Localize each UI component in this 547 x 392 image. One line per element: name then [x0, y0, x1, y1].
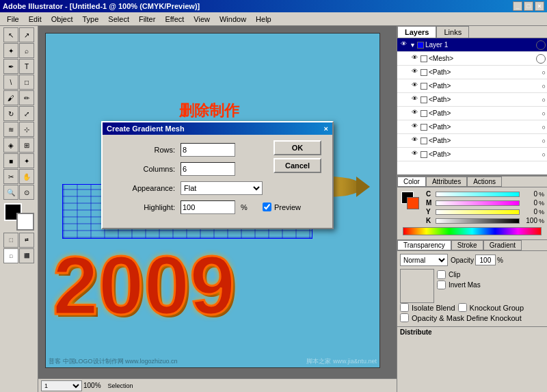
eye-icon[interactable]: 👁 [410, 95, 419, 105]
eye-icon[interactable]: 👁 [410, 136, 419, 146]
menu-file[interactable]: File [3, 14, 23, 25]
menu-view[interactable]: View [189, 14, 214, 25]
columns-input[interactable] [181, 162, 235, 176]
line-tool[interactable]: \ [3, 75, 18, 90]
tab-attributes[interactable]: Attributes [426, 177, 467, 187]
zoom-tool[interactable]: 🔍 [3, 185, 18, 200]
layer-item-path-3[interactable]: 👁 <Path> ○ [397, 93, 547, 107]
color-swatch-area[interactable] [401, 192, 422, 209]
select-tool[interactable]: ↖ [3, 27, 18, 42]
preview-checkbox[interactable] [263, 202, 271, 211]
m-slider[interactable] [436, 200, 520, 206]
k-label: K [426, 217, 434, 224]
eye-icon[interactable]: 👁 [410, 54, 419, 64]
normal-mode[interactable]: □ [3, 248, 18, 263]
menu-filter[interactable]: Filter [135, 14, 159, 25]
tab-links[interactable]: Links [436, 26, 469, 38]
layer-target[interactable] [536, 40, 546, 50]
highlight-input[interactable] [181, 200, 235, 214]
background-color[interactable] [16, 213, 34, 231]
warp-tool[interactable]: ≋ [3, 122, 18, 137]
menu-object[interactable]: Object [47, 14, 77, 25]
magic-wand-tool[interactable]: ✦ [3, 43, 18, 58]
appearance-select[interactable]: Flat To Center To Edge [181, 181, 263, 195]
layer-item-path-4[interactable]: 👁 <Path> ○ [397, 107, 547, 120]
color-selector[interactable] [4, 203, 34, 231]
layer-item-path-7[interactable]: 👁 <Path> ○ [397, 148, 547, 161]
layer-name: <Path> [429, 151, 541, 158]
tab-color[interactable]: Color [397, 177, 426, 187]
free-transform-tool[interactable]: ⊹ [19, 122, 34, 137]
rect-tool[interactable]: □ [19, 75, 34, 90]
fullscreen-mode[interactable]: ⬛ [19, 248, 34, 263]
blend-mode-select[interactable]: Normal Multiply Screen [400, 254, 448, 266]
eye-icon[interactable]: 👁 [410, 109, 419, 118]
close-button[interactable]: × [535, 1, 544, 11]
hand-tool[interactable]: ✋ [19, 169, 34, 184]
layer-target[interactable] [536, 54, 546, 64]
gradient-tool[interactable]: ■ [3, 153, 18, 168]
layer-item-mesh[interactable]: 👁 <Mesh> [397, 52, 547, 66]
eye-icon[interactable]: 👁 [410, 68, 419, 77]
layer-item-path-5[interactable]: 👁 <Path> ○ [397, 120, 547, 134]
y-slider[interactable] [436, 209, 520, 215]
eye-icon[interactable]: 👁 [410, 150, 419, 159]
layer-group-1[interactable]: 👁 ▼ Layer 1 [397, 38, 547, 52]
layer-item-path-6[interactable]: 👁 <Path> ○ [397, 134, 547, 148]
menu-window[interactable]: Window [215, 14, 250, 25]
mesh-tool[interactable]: ⊞ [19, 138, 34, 153]
menu-effect[interactable]: Effect [161, 14, 188, 25]
tab-stroke[interactable]: Stroke [451, 240, 483, 250]
menu-select[interactable]: Select [104, 14, 133, 25]
eye-icon[interactable]: 👁 [399, 40, 408, 50]
layer-color-swatch [421, 55, 427, 62]
tab-gradient[interactable]: Gradient [483, 240, 522, 250]
background-color-mini[interactable] [407, 197, 419, 209]
layer-item-path-1[interactable]: 👁 <Path> ○ [397, 66, 547, 79]
window-controls: _ □ × [513, 1, 544, 11]
tab-layers[interactable]: Layers [397, 26, 436, 38]
rotate-tool[interactable]: ↻ [3, 106, 18, 121]
eyedropper-tool[interactable]: ✦ [19, 153, 34, 168]
blend-tool[interactable]: ◈ [3, 138, 18, 153]
layer-item-path-2[interactable]: 👁 <Path> ○ [397, 79, 547, 93]
scale-tool[interactable]: ⤢ [19, 106, 34, 121]
extra-tool[interactable]: ⊙ [19, 185, 34, 200]
menu-type[interactable]: Type [79, 14, 103, 25]
color-spectrum[interactable] [403, 227, 542, 235]
clip-checkbox[interactable] [437, 270, 446, 279]
tab-transparency[interactable]: Transparency [397, 240, 451, 250]
opacity-mask-checkbox[interactable] [400, 313, 409, 322]
expand-icon[interactable]: ▼ [410, 42, 416, 49]
swap-colors[interactable]: ⇄ [19, 233, 34, 248]
invert-checkbox[interactable] [437, 280, 446, 289]
layer-color-swatch [421, 69, 427, 76]
eye-icon[interactable]: 👁 [410, 81, 419, 91]
maximize-button[interactable]: □ [524, 1, 533, 11]
ok-button[interactable]: OK [274, 140, 321, 155]
pen-tool[interactable]: ✒ [3, 59, 18, 74]
menu-help[interactable]: Help [252, 14, 276, 25]
lasso-tool[interactable]: ⌕ [19, 43, 34, 58]
rows-input[interactable] [181, 143, 235, 157]
minimize-button[interactable]: _ [513, 1, 522, 11]
cancel-button[interactable]: Cancel [274, 158, 321, 173]
scissors-tool[interactable]: ✂ [3, 169, 18, 184]
knockout-checkbox[interactable] [458, 303, 467, 312]
opacity-input[interactable] [475, 254, 496, 265]
transparency-tabs: Transparency Stroke Gradient [397, 240, 547, 251]
text-tool[interactable]: T [19, 59, 34, 74]
isolate-label: Isolate Blend [412, 304, 455, 312]
dialog-close-icon[interactable]: × [324, 125, 328, 133]
tab-actions[interactable]: Actions [467, 177, 502, 187]
menu-edit[interactable]: Edit [25, 14, 46, 25]
k-slider[interactable] [436, 218, 520, 224]
eye-icon[interactable]: 👁 [410, 122, 419, 132]
isolate-checkbox[interactable] [400, 303, 409, 312]
c-slider[interactable] [436, 192, 520, 197]
transparency-checkboxes: Clip Invert Mas [437, 269, 481, 289]
pencil-tool[interactable]: ✏ [19, 90, 34, 105]
fill-none[interactable]: ⬚ [3, 233, 18, 248]
direct-select-tool[interactable]: ↗ [19, 27, 34, 42]
brush-tool[interactable]: 🖌 [3, 90, 18, 105]
